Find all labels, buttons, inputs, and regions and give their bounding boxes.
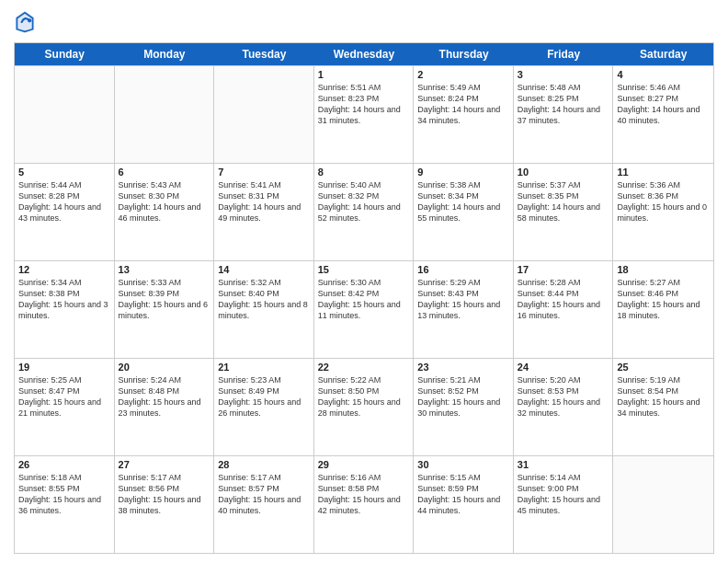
calendar-cell-5: 5Sunrise: 5:44 AM Sunset: 8:28 PM Daylig… [15, 164, 115, 260]
calendar-cell-12: 12Sunrise: 5:34 AM Sunset: 8:38 PM Dayli… [15, 261, 115, 358]
calendar-cell-empty-0-2 [214, 66, 314, 163]
cell-info-4: Sunrise: 5:46 AM Sunset: 8:27 PM Dayligh… [617, 82, 710, 127]
calendar-row-3: 19Sunrise: 5:25 AM Sunset: 8:47 PM Dayli… [15, 358, 713, 455]
cell-date-22: 22 [318, 362, 410, 373]
calendar-row-0: 1Sunrise: 5:51 AM Sunset: 8:23 PM Daylig… [15, 65, 713, 163]
cell-info-26: Sunrise: 5:18 AM Sunset: 8:55 PM Dayligh… [18, 472, 110, 517]
cell-date-25: 25 [617, 362, 710, 373]
cell-date-3: 3 [518, 69, 609, 80]
cell-info-12: Sunrise: 5:34 AM Sunset: 8:38 PM Dayligh… [18, 277, 110, 322]
calendar: SundayMondayTuesdayWednesdayThursdayFrid… [14, 42, 714, 554]
calendar-cell-27: 27Sunrise: 5:17 AM Sunset: 8:56 PM Dayli… [115, 456, 215, 553]
calendar-cell-19: 19Sunrise: 5:25 AM Sunset: 8:47 PM Dayli… [15, 359, 115, 455]
cell-info-27: Sunrise: 5:17 AM Sunset: 8:56 PM Dayligh… [119, 472, 210, 517]
cell-info-8: Sunrise: 5:40 AM Sunset: 8:32 PM Dayligh… [318, 179, 410, 224]
header-day-sunday: Sunday [15, 43, 115, 65]
calendar-cell-29: 29Sunrise: 5:16 AM Sunset: 8:58 PM Dayli… [314, 456, 415, 553]
cell-info-5: Sunrise: 5:44 AM Sunset: 8:28 PM Dayligh… [18, 179, 110, 224]
cell-info-13: Sunrise: 5:33 AM Sunset: 8:39 PM Dayligh… [119, 277, 210, 322]
cell-date-27: 27 [119, 459, 210, 470]
cell-date-8: 8 [318, 167, 410, 178]
cell-date-14: 14 [218, 264, 310, 275]
header-day-monday: Monday [115, 43, 215, 65]
cell-date-28: 28 [218, 459, 310, 470]
cell-date-24: 24 [518, 362, 609, 373]
calendar-cell-4: 4Sunrise: 5:46 AM Sunset: 8:27 PM Daylig… [613, 66, 713, 163]
cell-info-14: Sunrise: 5:32 AM Sunset: 8:40 PM Dayligh… [218, 277, 310, 322]
cell-info-29: Sunrise: 5:16 AM Sunset: 8:58 PM Dayligh… [318, 472, 410, 517]
calendar-body: 1Sunrise: 5:51 AM Sunset: 8:23 PM Daylig… [15, 65, 713, 553]
calendar-row-1: 5Sunrise: 5:44 AM Sunset: 8:28 PM Daylig… [15, 163, 713, 260]
calendar-cell-23: 23Sunrise: 5:21 AM Sunset: 8:52 PM Dayli… [414, 359, 514, 455]
page: SundayMondayTuesdayWednesdayThursdayFrid… [0, 0, 728, 563]
cell-info-30: Sunrise: 5:15 AM Sunset: 8:59 PM Dayligh… [417, 472, 509, 517]
cell-info-31: Sunrise: 5:14 AM Sunset: 9:00 PM Dayligh… [518, 472, 609, 517]
calendar-cell-16: 16Sunrise: 5:29 AM Sunset: 8:43 PM Dayli… [414, 261, 514, 358]
cell-date-1: 1 [318, 69, 410, 80]
calendar-row-2: 12Sunrise: 5:34 AM Sunset: 8:38 PM Dayli… [15, 260, 713, 358]
cell-info-7: Sunrise: 5:41 AM Sunset: 8:31 PM Dayligh… [218, 179, 310, 224]
cell-date-2: 2 [417, 69, 509, 80]
cell-info-6: Sunrise: 5:43 AM Sunset: 8:30 PM Dayligh… [119, 179, 210, 224]
calendar-cell-18: 18Sunrise: 5:27 AM Sunset: 8:46 PM Dayli… [613, 261, 713, 358]
calendar-cell-2: 2Sunrise: 5:49 AM Sunset: 8:24 PM Daylig… [414, 66, 514, 163]
calendar-header: SundayMondayTuesdayWednesdayThursdayFrid… [15, 43, 713, 65]
calendar-cell-15: 15Sunrise: 5:30 AM Sunset: 8:42 PM Dayli… [314, 261, 415, 358]
header [14, 9, 714, 35]
calendar-cell-8: 8Sunrise: 5:40 AM Sunset: 8:32 PM Daylig… [314, 164, 415, 260]
logo [14, 9, 40, 35]
cell-info-11: Sunrise: 5:36 AM Sunset: 8:36 PM Dayligh… [617, 179, 710, 224]
header-day-tuesday: Tuesday [214, 43, 314, 65]
calendar-cell-30: 30Sunrise: 5:15 AM Sunset: 8:59 PM Dayli… [414, 456, 514, 553]
header-day-thursday: Thursday [414, 43, 514, 65]
cell-date-26: 26 [18, 459, 110, 470]
calendar-cell-empty-0-1 [115, 66, 215, 163]
cell-info-17: Sunrise: 5:28 AM Sunset: 8:44 PM Dayligh… [518, 277, 609, 322]
calendar-cell-11: 11Sunrise: 5:36 AM Sunset: 8:36 PM Dayli… [613, 164, 713, 260]
calendar-cell-14: 14Sunrise: 5:32 AM Sunset: 8:40 PM Dayli… [214, 261, 314, 358]
calendar-row-4: 26Sunrise: 5:18 AM Sunset: 8:55 PM Dayli… [15, 455, 713, 553]
svg-point-2 [28, 18, 31, 22]
calendar-cell-26: 26Sunrise: 5:18 AM Sunset: 8:55 PM Dayli… [15, 456, 115, 553]
cell-date-6: 6 [119, 167, 210, 178]
header-day-wednesday: Wednesday [314, 43, 415, 65]
cell-date-5: 5 [18, 167, 110, 178]
cell-info-2: Sunrise: 5:49 AM Sunset: 8:24 PM Dayligh… [417, 82, 509, 127]
cell-date-21: 21 [218, 362, 310, 373]
calendar-cell-25: 25Sunrise: 5:19 AM Sunset: 8:54 PM Dayli… [613, 359, 713, 455]
cell-date-13: 13 [119, 264, 210, 275]
cell-info-16: Sunrise: 5:29 AM Sunset: 8:43 PM Dayligh… [417, 277, 509, 322]
cell-info-18: Sunrise: 5:27 AM Sunset: 8:46 PM Dayligh… [617, 277, 710, 322]
calendar-cell-17: 17Sunrise: 5:28 AM Sunset: 8:44 PM Dayli… [514, 261, 614, 358]
calendar-cell-24: 24Sunrise: 5:20 AM Sunset: 8:53 PM Dayli… [514, 359, 614, 455]
cell-date-4: 4 [617, 69, 710, 80]
calendar-cell-22: 22Sunrise: 5:22 AM Sunset: 8:50 PM Dayli… [314, 359, 415, 455]
cell-date-15: 15 [318, 264, 410, 275]
calendar-cell-9: 9Sunrise: 5:38 AM Sunset: 8:34 PM Daylig… [414, 164, 514, 260]
cell-info-19: Sunrise: 5:25 AM Sunset: 8:47 PM Dayligh… [18, 374, 110, 419]
calendar-cell-28: 28Sunrise: 5:17 AM Sunset: 8:57 PM Dayli… [214, 456, 314, 553]
cell-info-15: Sunrise: 5:30 AM Sunset: 8:42 PM Dayligh… [318, 277, 410, 322]
cell-date-20: 20 [119, 362, 210, 373]
calendar-cell-7: 7Sunrise: 5:41 AM Sunset: 8:31 PM Daylig… [214, 164, 314, 260]
cell-date-16: 16 [417, 264, 509, 275]
header-day-friday: Friday [514, 43, 614, 65]
cell-date-18: 18 [617, 264, 710, 275]
cell-info-24: Sunrise: 5:20 AM Sunset: 8:53 PM Dayligh… [518, 374, 609, 419]
cell-date-23: 23 [417, 362, 509, 373]
cell-info-28: Sunrise: 5:17 AM Sunset: 8:57 PM Dayligh… [218, 472, 310, 517]
cell-date-29: 29 [318, 459, 410, 470]
cell-info-21: Sunrise: 5:23 AM Sunset: 8:49 PM Dayligh… [218, 374, 310, 419]
calendar-cell-13: 13Sunrise: 5:33 AM Sunset: 8:39 PM Dayli… [115, 261, 215, 358]
cell-info-22: Sunrise: 5:22 AM Sunset: 8:50 PM Dayligh… [318, 374, 410, 419]
header-day-saturday: Saturday [613, 43, 713, 65]
cell-date-17: 17 [518, 264, 609, 275]
calendar-cell-empty-0-0 [15, 66, 115, 163]
cell-info-25: Sunrise: 5:19 AM Sunset: 8:54 PM Dayligh… [617, 374, 710, 419]
calendar-cell-21: 21Sunrise: 5:23 AM Sunset: 8:49 PM Dayli… [214, 359, 314, 455]
cell-date-11: 11 [617, 167, 710, 178]
calendar-cell-31: 31Sunrise: 5:14 AM Sunset: 9:00 PM Dayli… [514, 456, 614, 553]
cell-info-1: Sunrise: 5:51 AM Sunset: 8:23 PM Dayligh… [318, 82, 410, 127]
cell-info-23: Sunrise: 5:21 AM Sunset: 8:52 PM Dayligh… [417, 374, 509, 419]
cell-info-10: Sunrise: 5:37 AM Sunset: 8:35 PM Dayligh… [518, 179, 609, 224]
